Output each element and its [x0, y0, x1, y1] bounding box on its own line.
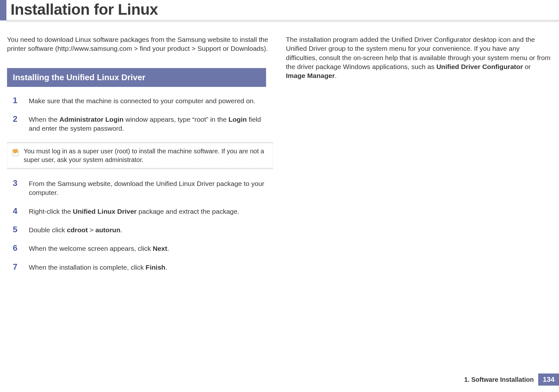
step-7: 7 When the installation is complete, cli…: [7, 262, 273, 272]
step-text: When the Administrator Login window appe…: [29, 114, 273, 133]
step-text: From the Samsung website, download the U…: [29, 179, 273, 197]
bold-text: Image Manager: [286, 72, 335, 79]
page-header: Installation for Linux: [0, 0, 559, 23]
text-fragment: .: [167, 245, 169, 252]
step-text: Double click cdroot > autorun.: [29, 225, 273, 234]
step-text: When the installation is complete, click…: [29, 262, 273, 272]
page-title: Installation for Linux: [0, 0, 559, 18]
bold-text: Unified Linux Driver: [73, 208, 137, 215]
right-column: The installation program added the Unifi…: [286, 35, 552, 281]
header-accent-tab: [0, 0, 6, 20]
right-paragraph: The installation program added the Unifi…: [286, 35, 552, 81]
step-1: 1 Make sure that the machine is connecte…: [7, 96, 273, 105]
note-callout: You must log in as a super user (root) t…: [7, 142, 273, 169]
bold-text: Unified Driver Configurator: [436, 63, 523, 70]
step-3: 3 From the Samsung website, download the…: [7, 179, 273, 197]
bold-text: autorun: [95, 226, 120, 234]
bold-text: Administrator Login: [59, 116, 124, 123]
step-6: 6 When the welcome screen appears, click…: [7, 243, 273, 253]
text-fragment: .: [335, 72, 337, 79]
content-columns: You need to download Linux software pack…: [0, 23, 559, 281]
bold-text: Next: [153, 245, 168, 252]
text-fragment: When the welcome screen appears, click: [29, 245, 153, 252]
step-number: 6: [13, 243, 29, 253]
intro-paragraph: You need to download Linux software pack…: [7, 35, 273, 53]
text-fragment: Right-click the: [29, 208, 73, 215]
step-text: Right-click the Unified Linux Driver pac…: [29, 206, 273, 216]
section-heading: Installing the Unified Linux Driver: [7, 68, 266, 87]
text-fragment: >: [88, 226, 95, 234]
note-text: You must log in as a super user (root) t…: [24, 147, 269, 164]
step-number: 1: [13, 96, 29, 105]
text-fragment: or: [523, 63, 531, 70]
text-fragment: package and extract the package.: [137, 208, 239, 215]
step-number: 5: [13, 225, 29, 234]
step-number: 2: [13, 114, 29, 133]
text-fragment: .: [120, 226, 122, 234]
step-number: 4: [13, 206, 29, 216]
step-text: When the welcome screen appears, click N…: [29, 243, 273, 253]
note-icon: [10, 148, 20, 157]
header-divider: [6, 20, 559, 23]
bold-text: cdroot: [67, 226, 88, 234]
step-text: Make sure that the machine is connected …: [29, 96, 273, 105]
step-number: 7: [13, 262, 29, 272]
step-2: 2 When the Administrator Login window ap…: [7, 114, 273, 133]
text-fragment: Double click: [29, 226, 67, 234]
bold-text: Login: [228, 116, 247, 123]
text-fragment: window appears, type “root” in the: [123, 116, 228, 123]
bold-text: Finish: [146, 264, 165, 271]
left-column: You need to download Linux software pack…: [7, 35, 273, 281]
step-5: 5 Double click cdroot > autorun.: [7, 225, 273, 234]
text-fragment: When the installation is complete, click: [29, 264, 146, 271]
step-4: 4 Right-click the Unified Linux Driver p…: [7, 206, 273, 216]
footer-page-number: 134: [538, 373, 559, 386]
text-fragment: .: [165, 264, 167, 271]
page-footer: 1. Software Installation 134: [464, 373, 559, 386]
text-fragment: When the: [29, 116, 59, 123]
step-number: 3: [13, 179, 29, 197]
footer-chapter: 1. Software Installation: [464, 376, 538, 383]
